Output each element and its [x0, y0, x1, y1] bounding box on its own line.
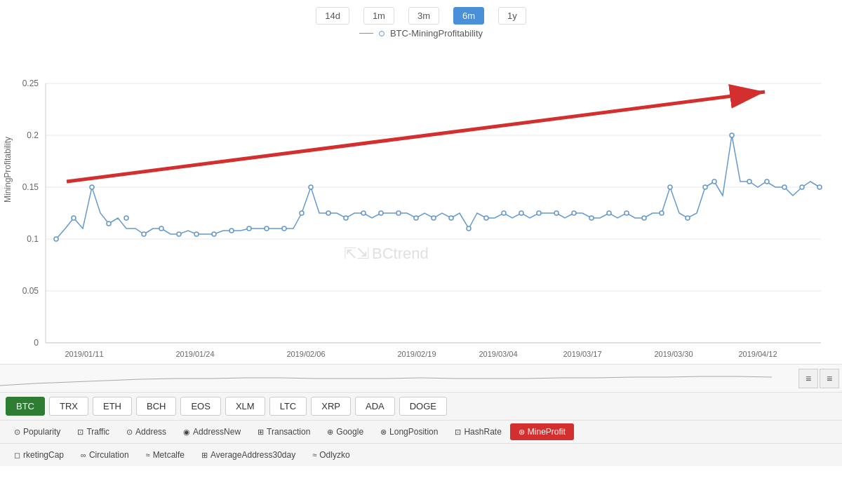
coin-btn-xlm[interactable]: XLM	[225, 397, 265, 416]
metric-btn-longposition[interactable]: ⊗ LongPosition	[372, 423, 446, 440]
y-axis-label: MiningProfitability	[3, 137, 13, 203]
ytick-005: 0.05	[22, 286, 39, 296]
dp-7	[159, 226, 163, 231]
time-btn-14d[interactable]: 14d	[316, 7, 349, 25]
dp-33	[607, 211, 611, 215]
google-icon: ⊕	[327, 428, 333, 437]
bottom-tab-metcalfe[interactable]: ≈ Metcalfe	[138, 447, 193, 463]
dp-14	[282, 226, 286, 231]
dp-19	[361, 211, 366, 215]
dp-31	[572, 211, 576, 215]
metric-btn-transaction[interactable]: ⊞ Transaction	[249, 423, 319, 440]
dp-11	[229, 229, 234, 233]
coin-tabs: BTC TRX ETH BCH EOS XLM LTC XRP ADA DOGE	[0, 392, 842, 420]
dp-27	[502, 211, 506, 215]
dp-26	[484, 216, 488, 220]
dp-44	[782, 185, 787, 189]
main-chart: MiningProfitability 0 0.05 0.1 0.15 0.2 …	[0, 41, 842, 364]
dp-37	[668, 185, 672, 189]
coin-btn-xrp[interactable]: XRP	[311, 397, 351, 416]
bottom-tab-label-odlyzko: Odlyzko	[319, 450, 349, 460]
coin-btn-trx[interactable]: TRX	[49, 397, 88, 416]
coin-btn-ltc[interactable]: LTC	[269, 397, 307, 416]
dp-20	[379, 211, 383, 215]
bottom-tabs: ◻ rketingCap ∞ Circulation ≈ Metcalfe ⊞ …	[0, 443, 842, 466]
xtick-3: 2019/02/06	[286, 350, 325, 358]
ytick-0: 0	[34, 338, 39, 348]
dp-24	[449, 216, 453, 220]
mineprofit-icon: ⊛	[519, 428, 525, 437]
time-btn-3m[interactable]: 3m	[408, 7, 439, 25]
circulation-icon: ∞	[81, 451, 86, 459]
xtick-8: 2019/04/12	[738, 350, 777, 358]
xtick-4: 2019/02/19	[397, 350, 436, 358]
traffic-icon: ⊡	[77, 428, 83, 437]
popularity-icon: ⊙	[14, 428, 20, 437]
longposition-icon: ⊗	[380, 428, 387, 437]
dp-10	[212, 232, 216, 236]
trend-arrow	[67, 92, 765, 182]
watermark-text: BCtrend	[372, 245, 429, 262]
time-btn-1m[interactable]: 1m	[363, 7, 394, 25]
metric-btn-mineprofit[interactable]: ⊛ MineProfit	[510, 423, 574, 440]
bottom-tab-label-marketingcap: rketingCap	[23, 450, 64, 460]
coin-btn-eos[interactable]: EOS	[180, 397, 220, 416]
dp-43	[765, 179, 769, 184]
dp-21	[396, 211, 401, 215]
dp-22	[414, 216, 418, 220]
mini-nav-inner	[0, 368, 796, 389]
coin-btn-btc[interactable]: BTC	[6, 397, 45, 416]
metric-label-address: Address	[135, 427, 166, 437]
bottom-tab-marketingcap[interactable]: ◻ rketingCap	[6, 447, 72, 463]
bottom-tab-label-circulation: Circulation	[89, 450, 129, 460]
bottom-tab-averageaddress30day[interactable]: ⊞ AverageAddress30day	[193, 447, 304, 463]
addressnew-icon: ◉	[183, 428, 190, 437]
dp-35	[642, 216, 646, 220]
coin-btn-bch[interactable]: BCH	[136, 397, 176, 416]
chart-legend: BTC-MiningProfitability	[0, 28, 842, 39]
mini-nav-svg	[0, 368, 796, 389]
bottom-tab-label-metcalfe: Metcalfe	[153, 450, 185, 460]
metric-btn-google[interactable]: ⊕ Google	[319, 423, 372, 440]
dp-1	[54, 237, 58, 241]
xtick-6: 2019/03/17	[563, 350, 601, 358]
metric-label-mineprofit: MineProfit	[528, 427, 566, 437]
metric-label-transaction: Transaction	[267, 427, 310, 437]
bottom-tab-odlyzko[interactable]: ≈ Odlyzko	[304, 447, 358, 463]
metric-label-popularity: Popularity	[23, 427, 60, 437]
coin-btn-ada[interactable]: ADA	[355, 397, 395, 416]
time-btn-1y[interactable]: 1y	[498, 7, 526, 25]
metric-label-google: Google	[336, 427, 363, 437]
metric-btn-address[interactable]: ⊙ Address	[118, 423, 175, 440]
dp-42	[747, 179, 751, 184]
nav-icon-btn-2[interactable]: ≡	[820, 369, 839, 388]
metric-label-hashrate: HashRate	[464, 427, 501, 437]
hashrate-icon: ⊡	[455, 428, 461, 437]
dp-41	[730, 133, 734, 137]
chart-svg: MiningProfitability 0 0.05 0.1 0.15 0.2 …	[0, 41, 842, 364]
metric-btn-addressnew[interactable]: ◉ AddressNew	[175, 423, 249, 440]
coin-btn-eth[interactable]: ETH	[93, 397, 132, 416]
dp-18	[344, 216, 348, 220]
dp-25	[467, 226, 471, 231]
nav-icon-btn-1[interactable]: ≡	[798, 369, 818, 388]
dp-2	[72, 216, 76, 220]
metric-label-traffic: Traffic	[86, 427, 109, 437]
legend-line-icon	[359, 33, 373, 34]
dp-8	[177, 232, 181, 236]
metric-label-addressnew: AddressNew	[193, 427, 241, 437]
dp-29	[537, 211, 541, 215]
dp-12	[247, 226, 251, 231]
mini-nav-buttons: ≡ ≡	[796, 369, 842, 388]
metric-btn-hashrate[interactable]: ⊡ HashRate	[446, 423, 509, 440]
time-btn-6m[interactable]: 6m	[453, 7, 484, 25]
address-icon: ⊙	[126, 428, 133, 437]
bottom-tab-circulation[interactable]: ∞ Circulation	[72, 447, 138, 463]
dp-45	[800, 185, 804, 189]
dp-39	[703, 185, 707, 189]
metric-btn-traffic[interactable]: ⊡ Traffic	[69, 423, 118, 440]
coin-btn-doge[interactable]: DOGE	[399, 397, 447, 416]
xtick-7: 2019/03/30	[654, 350, 693, 358]
dp-36	[660, 211, 664, 215]
metric-btn-popularity[interactable]: ⊙ Popularity	[6, 423, 69, 440]
